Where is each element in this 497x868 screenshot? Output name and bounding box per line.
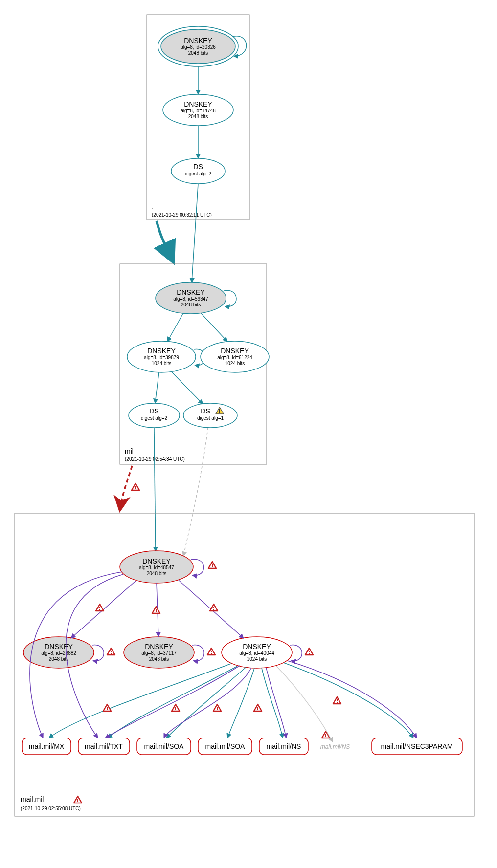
warning-icon bbox=[333, 697, 341, 704]
rrset-soa2: mail.mil/SOA bbox=[198, 738, 252, 755]
root-dnskey-14748: DNSKEY alg=8, id=14748 2048 bits bbox=[163, 94, 233, 126]
svg-text:alg=8, id=20326: alg=8, id=20326 bbox=[181, 44, 216, 50]
svg-text:alg=8, id=39879: alg=8, id=39879 bbox=[144, 355, 179, 360]
warning-icon bbox=[96, 604, 104, 611]
svg-text:mail.mil/SOA: mail.mil/SOA bbox=[144, 742, 184, 750]
zone-root-ts: (2021-10-29 00:32:11 UTC) bbox=[152, 212, 212, 217]
svg-text:alg=8, id=37117: alg=8, id=37117 bbox=[141, 651, 177, 656]
warning-icon bbox=[210, 604, 218, 611]
svg-text:alg=8, id=14748: alg=8, id=14748 bbox=[181, 108, 216, 113]
warning-icon bbox=[207, 648, 215, 655]
mil-dnskey-39879: DNSKEY alg=8, id=39879 1024 bits bbox=[127, 341, 205, 372]
svg-text:DS: DS bbox=[149, 407, 158, 415]
svg-text:2048 bits: 2048 bits bbox=[188, 50, 208, 56]
svg-text:DNSKEY: DNSKEY bbox=[243, 643, 271, 651]
svg-text:DNSKEY: DNSKEY bbox=[184, 37, 212, 44]
warning-icon bbox=[152, 607, 160, 613]
svg-text:2048 bits: 2048 bits bbox=[147, 571, 167, 576]
svg-text:DNSKEY: DNSKEY bbox=[142, 557, 171, 565]
rrset-soa1: mail.mil/SOA bbox=[137, 738, 191, 755]
zone-mailmil-label: mail.mil bbox=[21, 795, 44, 803]
mailmil-dnskey-40044: DNSKEY alg=8, id=40044 1024 bits bbox=[222, 637, 313, 668]
dnssec-diagram: . (2021-10-29 00:32:11 UTC) DNSKEY alg=8… bbox=[10, 10, 487, 858]
rrset-nsec3param: mail.mil/NSEC3PARAM bbox=[372, 738, 462, 755]
root-ds: DS digest alg=2 bbox=[171, 158, 225, 184]
warning-icon bbox=[74, 796, 82, 803]
svg-text:DNSKEY: DNSKEY bbox=[177, 288, 205, 296]
edge-root-to-mil-zone bbox=[157, 221, 174, 263]
svg-text:alg=8, id=40044: alg=8, id=40044 bbox=[239, 651, 274, 656]
svg-line-39 bbox=[171, 371, 203, 404]
warning-icon bbox=[107, 648, 115, 655]
svg-text:2048 bits: 2048 bits bbox=[181, 302, 201, 307]
svg-text:alg=8, id=61224: alg=8, id=61224 bbox=[217, 355, 252, 360]
warning-icon bbox=[254, 704, 262, 711]
svg-text:mail.mil/TXT: mail.mil/TXT bbox=[85, 742, 123, 750]
rrset-ns: mail.mil/NS bbox=[259, 738, 308, 755]
zone-root-label: . bbox=[152, 203, 154, 211]
svg-text:1024 bits: 1024 bits bbox=[247, 656, 267, 662]
mailmil-dnskey-28882: DNSKEY alg=8, id=28882 2048 bits bbox=[23, 637, 115, 668]
mil-ds-alg2: DS digest alg=2 bbox=[129, 403, 180, 428]
svg-line-30 bbox=[167, 313, 183, 342]
svg-text:mail.mil/SOA: mail.mil/SOA bbox=[205, 742, 246, 750]
rrset-txt: mail.mil/TXT bbox=[78, 738, 130, 755]
warning-icon bbox=[208, 562, 216, 568]
warning-icon bbox=[305, 648, 313, 655]
svg-text:DNSKEY: DNSKEY bbox=[145, 643, 173, 651]
svg-text:alg=8, id=56347: alg=8, id=56347 bbox=[173, 296, 208, 302]
root-dnskey-20326: DNSKEY alg=8, id=20326 2048 bits bbox=[158, 26, 247, 66]
warning-icon bbox=[103, 704, 111, 711]
svg-text:alg=8, id=48547: alg=8, id=48547 bbox=[139, 565, 174, 570]
zone-mailmil-ts: (2021-10-29 02:55:08 UTC) bbox=[21, 806, 81, 811]
svg-text:2048 bits: 2048 bits bbox=[49, 656, 69, 662]
svg-line-31 bbox=[201, 313, 227, 342]
rrset-ns-ghost: mail.mil/NS bbox=[320, 731, 350, 750]
edge-mil-to-mailmil-zone bbox=[120, 466, 132, 510]
svg-text:DS: DS bbox=[193, 163, 203, 171]
rrset-mx: mail.mil/MX bbox=[22, 738, 71, 755]
svg-text:mail.mil/NS: mail.mil/NS bbox=[267, 742, 301, 750]
svg-text:mail.mil/MX: mail.mil/MX bbox=[29, 742, 65, 750]
svg-text:DNSKEY: DNSKEY bbox=[147, 347, 176, 355]
svg-text:DNSKEY: DNSKEY bbox=[45, 643, 73, 651]
warning-icon bbox=[213, 704, 221, 711]
svg-text:digest alg=2: digest alg=2 bbox=[141, 415, 168, 421]
zone-mil-label: mil bbox=[125, 447, 134, 455]
svg-text:mail.mil/NSEC3PARAM: mail.mil/NSEC3PARAM bbox=[381, 742, 453, 750]
svg-text:1024 bits: 1024 bits bbox=[225, 361, 245, 366]
svg-text:DNSKEY: DNSKEY bbox=[221, 347, 249, 355]
svg-text:mail.mil/NS: mail.mil/NS bbox=[320, 743, 350, 750]
warning-icon bbox=[172, 704, 180, 711]
svg-text:1024 bits: 1024 bits bbox=[152, 361, 172, 366]
svg-text:digest alg=2: digest alg=2 bbox=[185, 171, 212, 176]
mil-dnskey-61224: DNSKEY alg=8, id=61224 1024 bits bbox=[201, 341, 269, 372]
mil-dnskey-56347: DNSKEY alg=8, id=56347 2048 bits bbox=[156, 282, 236, 314]
svg-text:2048 bits: 2048 bits bbox=[188, 114, 208, 119]
svg-text:DNSKEY: DNSKEY bbox=[184, 100, 212, 108]
svg-text:DS: DS bbox=[201, 407, 210, 415]
svg-text:digest alg=1: digest alg=1 bbox=[197, 415, 224, 421]
svg-text:alg=8, id=28882: alg=8, id=28882 bbox=[41, 651, 76, 656]
svg-line-38 bbox=[155, 372, 159, 403]
mailmil-dnskey-37117: DNSKEY alg=8, id=37117 2048 bits bbox=[124, 637, 215, 668]
warning-icon bbox=[132, 483, 139, 490]
mil-ds-alg1: DS digest alg=1 bbox=[183, 403, 237, 428]
mailmil-dnskey-48547: DNSKEY alg=8, id=48547 2048 bits bbox=[120, 551, 216, 583]
svg-text:2048 bits: 2048 bits bbox=[149, 656, 169, 662]
